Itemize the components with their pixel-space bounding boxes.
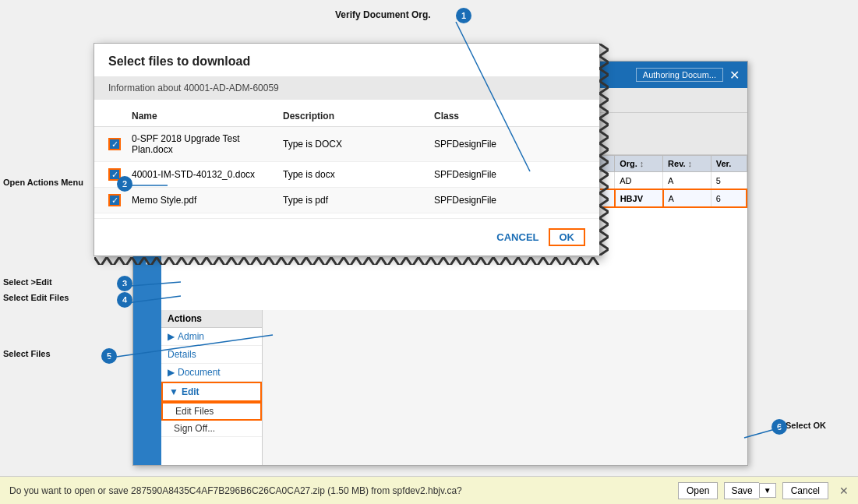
annotation-label-4: Select Edit Files — [3, 293, 69, 302]
edit-arrow: ▼ — [169, 386, 178, 397]
annotation-label-1: Verify Document Org. — [335, 9, 431, 20]
file3-class: SPFDesignFile — [434, 195, 585, 206]
file-col-name: Name — [132, 111, 283, 122]
file1-name: 0-SPF 2018 Upgrade Test Plan.docx — [132, 133, 283, 155]
annotation-label-3: Select >Edit — [3, 277, 52, 287]
file2-desc: Type is docx — [283, 169, 434, 180]
save-button[interactable]: Save — [724, 482, 758, 499]
dialog-table-header: Name Description Class — [94, 106, 599, 127]
file-row-2: 40001-IM-STD-40132_0.docx Type is docx S… — [94, 162, 599, 188]
edit-files-item[interactable]: Edit Files — [161, 402, 262, 421]
cancel-button[interactable]: CANCEL — [496, 231, 538, 243]
file1-checkbox[interactable] — [108, 138, 121, 150]
zigzag-right — [599, 44, 609, 256]
row2-ver: 6 — [711, 189, 747, 207]
annotation-bubble-3: 3 — [117, 276, 132, 291]
col-rev: Rev. ↕ — [663, 156, 711, 172]
ok-button[interactable]: OK — [549, 228, 586, 246]
open-button[interactable]: Open — [678, 482, 718, 499]
actions-header: Actions — [161, 310, 262, 328]
row1-ver: 5 — [711, 172, 747, 190]
col-org: Org. ↕ — [615, 156, 663, 172]
authoring-doc-button[interactable]: Authoring Docum... — [636, 68, 723, 82]
row2-rev: A — [663, 189, 711, 207]
action-group-details-title[interactable]: Details — [161, 346, 262, 363]
download-close-icon[interactable]: ✕ — [839, 485, 849, 497]
title-bar-right: Authoring Docum... ✕ — [636, 68, 740, 83]
action-group-admin: ▶ Admin — [161, 328, 262, 346]
action-group-details: Details — [161, 346, 262, 364]
file1-desc: Type is DOCX — [283, 139, 434, 150]
file2-name: 40001-IM-STD-40132_0.docx — [132, 169, 283, 180]
action-group-admin-title[interactable]: ▶ Admin — [161, 328, 262, 345]
download-cancel-button[interactable]: Cancel — [782, 482, 828, 499]
file1-class: SPFDesignFile — [434, 139, 585, 150]
action-group-document-title[interactable]: ▶ Document — [161, 364, 262, 381]
close-button[interactable]: ✕ — [729, 68, 740, 83]
svg-rect-6 — [599, 44, 609, 256]
annotation-bubble-5: 5 — [101, 348, 117, 364]
save-dropdown-arrow[interactable]: ▼ — [759, 483, 776, 498]
empty-content — [263, 310, 747, 465]
file3-name: Memo Style.pdf — [132, 195, 283, 206]
file-row-1: 0-SPF 2018 Upgrade Test Plan.docx Type i… — [94, 127, 599, 162]
save-group: Save ▼ — [724, 482, 775, 499]
action-group-edit: ▼ Edit Edit Files Sign Off... — [161, 382, 262, 437]
row1-org: AD — [615, 172, 663, 190]
col-ver: Ver. — [711, 156, 747, 172]
annotation-label-5: Select Files — [3, 349, 51, 358]
file-col-class: Class — [434, 111, 585, 122]
dialog-info: Information about 40001-AD-ADM-60059 — [94, 76, 599, 100]
file3-desc: Type is pdf — [283, 195, 434, 206]
file-row-3: Memo Style.pdf Type is pdf SPFDesignFile — [94, 188, 599, 213]
dialog-title: Select files to download — [94, 44, 599, 76]
svg-rect-7 — [94, 257, 599, 265]
document-arrow: ▶ — [168, 367, 175, 378]
action-group-edit-title[interactable]: ▼ Edit — [161, 382, 262, 402]
zigzag-bottom — [94, 256, 599, 265]
dialog-footer: CANCEL OK — [94, 218, 599, 256]
annotation-bubble-1: 1 — [456, 8, 471, 23]
file3-checkbox[interactable] — [108, 194, 121, 206]
actions-panel: Actions ▶ Admin Details — [161, 310, 263, 465]
select-files-dialog: Select files to download Information abo… — [94, 43, 600, 256]
action-group-document: ▶ Document — [161, 364, 262, 382]
annotation-bubble-2: 2 — [117, 176, 132, 192]
admin-arrow: ▶ — [168, 331, 175, 342]
row1-rev: A — [663, 172, 711, 190]
annotation-label-2: Open Actions Menu — [3, 178, 83, 187]
annotation-bubble-6: 6 — [771, 419, 787, 435]
download-bar-text: Do you want to open or save 287590A8435C… — [9, 485, 672, 496]
file-col-check — [108, 111, 132, 122]
download-bar: Do you want to open or save 287590A8435C… — [0, 476, 858, 504]
sign-off-item[interactable]: Sign Off... — [161, 421, 262, 436]
annotation-label-6: Select OK — [786, 421, 826, 430]
file2-class: SPFDesignFile — [434, 169, 585, 180]
annotation-bubble-4: 4 — [117, 292, 132, 308]
file-col-desc: Description — [283, 111, 434, 122]
row2-org: HBJV — [615, 189, 663, 207]
lower-content: Actions ▶ Admin Details — [161, 310, 747, 465]
